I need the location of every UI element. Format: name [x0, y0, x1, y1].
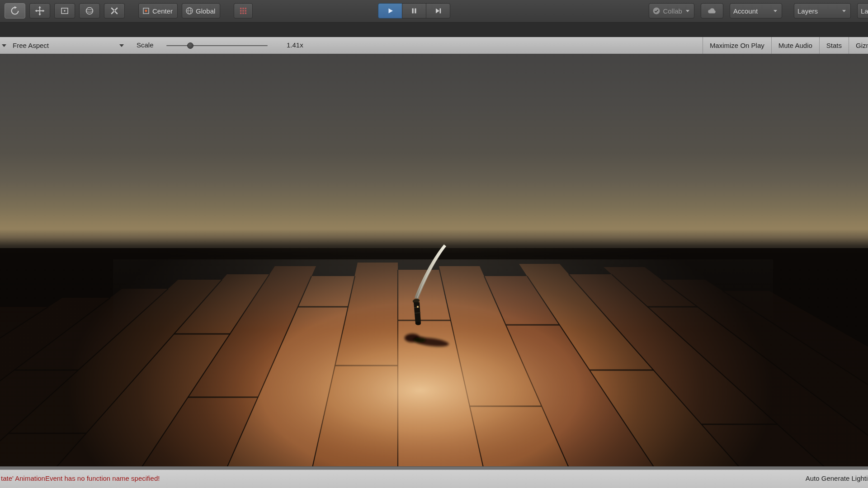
sword-menuki: [417, 306, 419, 308]
custom-tools-icon: [109, 6, 119, 16]
pause-button[interactable]: [402, 3, 426, 19]
aspect-ratio-dropdown[interactable]: Free Aspect: [10, 37, 127, 54]
grid-snap-icon: [239, 7, 247, 15]
account-dropdown[interactable]: Account: [730, 3, 782, 19]
status-bar[interactable]: tate' AnimationEvent has no function nam…: [0, 469, 868, 488]
sword-pommel: [415, 322, 421, 325]
globe-icon: [185, 7, 193, 15]
layout-label: Layout: [861, 7, 868, 15]
aspect-ratio-label: Free Aspect: [13, 42, 49, 49]
scale-label: Scale: [137, 41, 154, 49]
play-button[interactable]: [378, 3, 402, 19]
stats-label: Stats: [826, 42, 842, 49]
game-view-toolbar: Free Aspect Scale 1.41x Maximize On Play…: [0, 37, 868, 54]
scale-slider[interactable]: [166, 45, 268, 46]
unity-editor-window: Center Global: [0, 0, 868, 488]
game-toolbar-right: Maximize On Play Mute Audio Stats Gizmos: [703, 37, 868, 54]
gizmos-dropdown[interactable]: Gizmos: [849, 37, 868, 54]
collab-label: Collab: [663, 7, 682, 15]
maximize-on-play-label: Maximize On Play: [710, 42, 764, 49]
pause-icon: [410, 6, 419, 15]
cloud-button[interactable]: [701, 3, 723, 19]
pivot-center-icon: [142, 7, 150, 15]
layout-dropdown[interactable]: Layout: [857, 3, 868, 19]
pivot-center-label: Center: [152, 7, 173, 15]
layers-caret-icon: [842, 10, 846, 12]
rotate-tool-icon: [10, 6, 20, 16]
transform-tool-button[interactable]: [79, 3, 100, 19]
collab-button[interactable]: Collab: [649, 3, 694, 19]
step-icon: [434, 6, 443, 15]
move-tool-button[interactable]: [29, 3, 50, 19]
cloud-icon: [707, 7, 717, 15]
play-icon: [386, 6, 395, 15]
layers-dropdown[interactable]: Layers: [794, 3, 851, 19]
layers-label: Layers: [797, 7, 818, 15]
account-label: Account: [733, 7, 758, 15]
account-caret-icon: [774, 10, 777, 12]
transform-tool-icon: [85, 6, 94, 16]
collab-check-icon: [652, 7, 660, 15]
display-dropdown-caret-icon[interactable]: [2, 44, 6, 47]
move-tool-icon: [35, 6, 45, 16]
tool-buttons-group: Center Global: [5, 3, 253, 19]
step-button[interactable]: [426, 3, 450, 19]
game-scene: [0, 54, 868, 466]
custom-tools-button[interactable]: [104, 3, 125, 19]
scale-value: 1.41x: [287, 41, 303, 49]
tab-strip: [0, 23, 868, 38]
collab-caret-icon: [686, 10, 689, 12]
rotate-tool-button[interactable]: [5, 3, 25, 19]
mute-audio-label: Mute Audio: [778, 42, 812, 49]
game-viewport[interactable]: [0, 54, 868, 466]
console-error-message[interactable]: tate' AnimationEvent has no function nam…: [1, 474, 160, 482]
mute-audio-toggle[interactable]: Mute Audio: [771, 37, 819, 54]
maximize-on-play-toggle[interactable]: Maximize On Play: [703, 37, 771, 54]
global-space-button[interactable]: Global: [182, 3, 220, 19]
gizmos-label: Gizmos: [856, 42, 868, 49]
aspect-caret-icon: [119, 44, 124, 47]
playmode-controls: [378, 3, 450, 19]
pivot-center-button[interactable]: Center: [138, 3, 178, 19]
stats-toggle[interactable]: Stats: [819, 37, 849, 54]
rect-tool-button[interactable]: [54, 3, 75, 19]
global-space-label: Global: [196, 7, 215, 15]
auto-generate-lighting-status[interactable]: Auto Generate Lighting: [806, 474, 868, 482]
main-toolbar: Center Global: [0, 0, 868, 23]
grid-snap-button[interactable]: [234, 3, 253, 19]
scale-slider-knob[interactable]: [187, 42, 193, 49]
scene-vignette: [0, 248, 868, 466]
right-toolbar-group: Collab Account Layers Layout: [649, 3, 868, 19]
bottom-splitter[interactable]: [0, 466, 868, 469]
rect-tool-icon: [60, 6, 70, 16]
